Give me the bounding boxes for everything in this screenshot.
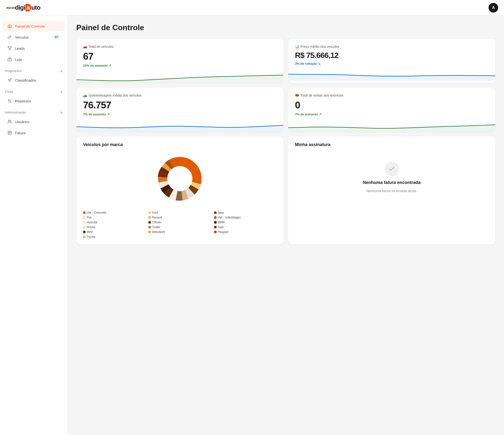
megaphone-icon [7, 78, 12, 82]
filter-icon [7, 46, 12, 51]
donut-chart [153, 152, 206, 206]
stat-card-visitas: 😎 Total de visitas aos anúncios 0 7% de … [288, 88, 495, 132]
section-integracoes[interactable]: Integrações ∧ [0, 65, 67, 74]
logo: digi uto a digiauto [6, 4, 40, 11]
sidebar-item-veiculos[interactable]: Veículos 67 [2, 32, 65, 43]
stat-card-preco: 📊 Preço médio dos veículos R$ 75.666,12 … [288, 39, 495, 83]
brands-card: Veículos por marca [76, 136, 283, 244]
brand-legend: GM - Chevrolet Ford Jeep Fiat Renault VW… [83, 211, 277, 238]
svg-line-8 [9, 100, 11, 102]
card-chart-veiculos [76, 71, 283, 83]
invoice-icon [7, 130, 12, 135]
check-icon [388, 166, 395, 172]
sidebar-item-repasses[interactable]: Repasses [2, 96, 65, 106]
user-avatar[interactable]: A [488, 3, 498, 13]
legend-item: Troller [148, 226, 211, 229]
subscription-title: Minha assinatura [295, 142, 488, 147]
home-icon [7, 24, 12, 28]
sidebar-item-usuarios[interactable]: Usuários [2, 116, 65, 127]
legend-item: Mitsubishi [148, 230, 211, 234]
brands-title: Veículos por marca [83, 142, 277, 147]
card-trend-preco: 3% de redução ↘ [295, 62, 488, 65]
donut-container: GM - Chevrolet Ford Jeep Fiat Renault VW… [83, 152, 277, 238]
svg-text:digi: digi [6, 6, 11, 9]
sidebar-label-repasses: Repasses [15, 99, 31, 103]
legend-item: Honda [83, 226, 145, 229]
card-label-veiculos: 🚗 Total de veículos [83, 45, 277, 48]
legend-item: Fiat [83, 216, 145, 219]
section-administracao[interactable]: Administração ∧ [0, 107, 67, 116]
legend-item: Ford [148, 211, 211, 214]
legend-item: VW - VolksWagen [214, 216, 277, 219]
chevron-up-icon-3: ∧ [60, 110, 63, 114]
section-clube[interactable]: Clube ∧ [0, 86, 67, 95]
no-invoice-subtitle: Nenhuma fatura foi emitida ainda. [366, 189, 417, 193]
card-label-visitas: 😎 Total de visitas aos anúncios [295, 93, 488, 97]
sidebar-item-loja[interactable]: Loja [2, 54, 65, 65]
subscription-card: Minha assinatura Nenhuma fatura encontra… [288, 136, 495, 244]
svg-point-16 [167, 166, 192, 191]
chevron-up-icon: ∧ [60, 69, 63, 73]
card-trend-km: 7% de aumento ↗ [83, 112, 277, 116]
layout: Painel de Controle Veículos 67 Leads [0, 16, 504, 435]
sidebar-item-classificados[interactable]: Classificados [2, 75, 65, 85]
sidebar-label-classificados: Classificados [15, 78, 36, 82]
card-trend-visitas: 7% de aumento ↗ [295, 112, 488, 116]
legend-item: BMW [214, 221, 277, 224]
legend-item: Citroën [148, 221, 211, 224]
card-chart-km [76, 120, 283, 132]
sidebar-label-usuarios: Usuários [15, 120, 29, 124]
svg-text:a: a [12, 6, 13, 9]
svg-point-9 [8, 100, 9, 100]
svg-marker-4 [8, 47, 12, 50]
main-content: Painel de Controle 🚗 Total de veículos 6… [68, 16, 504, 435]
sidebar-label-leads: Leads [15, 46, 25, 50]
card-chart-preco [288, 69, 495, 81]
legend-item: Audi [214, 226, 277, 229]
stat-card-km: 🚙 Quilometragem média dos veículos 76.75… [76, 88, 283, 132]
legend-item: Renault [148, 216, 211, 219]
sidebar-label-veiculos: Veículos [15, 35, 29, 39]
card-value-preco: R$ 75.666,12 [295, 51, 488, 60]
veiculos-badge: 67 [53, 35, 60, 39]
page-title: Painel de Controle [76, 23, 495, 32]
sidebar-label-fatura: Fatura [15, 131, 25, 135]
svg-point-10 [10, 101, 11, 102]
legend-item: MINI [83, 230, 145, 234]
card-value-visitas: 0 [295, 100, 488, 110]
key-icon [7, 35, 12, 40]
legend-item: Toyota [83, 235, 145, 238]
card-value-veiculos: 67 [83, 51, 277, 62]
sidebar-item-leads[interactable]: Leads [2, 43, 65, 54]
store-icon [7, 57, 12, 62]
sidebar-label-loja: Loja [15, 57, 22, 62]
sidebar: Painel de Controle Veículos 67 Leads [0, 16, 68, 435]
percent-icon [7, 99, 12, 103]
users-icon [7, 119, 12, 124]
logo-svg: digi uto a [6, 5, 15, 11]
legend-item: GM - Chevrolet [83, 211, 145, 214]
legend-item: Hyundai [83, 221, 145, 224]
subscription-content: Nenhuma fatura encontrada Nenhuma fatura… [295, 152, 488, 202]
svg-point-11 [9, 120, 10, 121]
card-trend-veiculos: 32% de aumento ↗ [83, 64, 277, 67]
legend-item: Jeep [214, 211, 277, 214]
svg-point-3 [8, 37, 10, 39]
stat-cards-grid: 🚗 Total de veículos 67 32% de aumento ↗ [76, 39, 495, 132]
logo-wordmark: digiauto [15, 4, 40, 11]
sidebar-label-painel: Painel de Controle [15, 24, 45, 28]
header: digi uto a digiauto A [0, 0, 504, 16]
legend-item: Peugeot [214, 230, 277, 234]
chevron-up-icon-2: ∧ [60, 90, 63, 94]
check-circle [385, 162, 399, 176]
sidebar-item-painel[interactable]: Painel de Controle [2, 21, 65, 31]
no-invoice-title: Nenhuma fatura encontrada [363, 180, 421, 185]
stat-card-veiculos: 🚗 Total de veículos 67 32% de aumento ↗ [76, 39, 283, 83]
card-value-km: 76.757 [83, 100, 277, 110]
card-label-preco: 📊 Preço médio dos veículos [295, 45, 488, 48]
bottom-grid: Veículos por marca [76, 136, 495, 244]
sidebar-item-fatura[interactable]: Fatura [2, 127, 65, 138]
card-label-km: 🚙 Quilometragem média dos veículos [83, 93, 277, 97]
card-chart-visitas [288, 120, 495, 132]
